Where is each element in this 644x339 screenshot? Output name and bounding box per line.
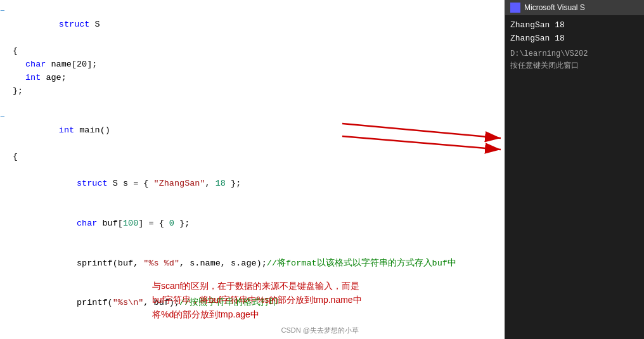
terminal-output-line1: ZhangSan 18 — [510, 19, 639, 32]
struct-field-name: char name[20]; — [0, 58, 505, 72]
struct-field-age: int age; — [0, 72, 505, 85]
line-struct-tmp: struct S tmp = { 0 }; — [0, 336, 505, 339]
annotation-line2: buf字符串，将buf字符串中%s的部分放到tmp.name中 — [152, 293, 362, 307]
terminal-icon — [510, 3, 520, 13]
main-open-brace: { — [0, 151, 505, 164]
code-panel: − struct S { char name[20]; int age; }; — [0, 0, 505, 339]
struct-header-line: − struct S — [0, 5, 505, 45]
main-collapse-btn[interactable]: − — [0, 111, 5, 124]
struct-collapse-btn[interactable]: − — [0, 5, 5, 18]
line-buf-decl: char buf[100] = { 0 }; — [0, 204, 505, 244]
blank-line-2 — [0, 323, 505, 336]
line-struct-s: struct S s = { "ZhangSan", 18 }; — [0, 164, 505, 204]
blank-line-1 — [0, 98, 505, 111]
line-sprintf: sprintf(buf, "%s %d", s.name, s.age);//将… — [0, 244, 505, 284]
struct-close-brace: }; — [0, 85, 505, 98]
terminal-output-line2: ZhangSan 18 — [510, 32, 639, 46]
terminal-panel: Microsoft Visual S ZhangSan 18 ZhangSan … — [505, 0, 644, 339]
terminal-title: Microsoft Visual S — [524, 3, 585, 12]
main-container: − struct S { char name[20]; int age; }; — [0, 0, 644, 339]
terminal-path: D:\learning\VS202 — [510, 48, 639, 60]
struct-open-brace: { — [0, 45, 505, 58]
terminal-header: Microsoft Visual S — [505, 0, 644, 15]
main-header-line: − int main() — [0, 111, 505, 151]
annotation-line1: 与scanf的区别，在于数据的来源不是键盘输入，而是 — [152, 279, 362, 293]
terminal-prompt: 按任意键关闭此窗口 — [510, 60, 639, 72]
terminal-body: ZhangSan 18 ZhangSan 18 D:\learning\VS20… — [505, 15, 644, 339]
annotation-box: 与scanf的区别，在于数据的来源不是键盘输入，而是 buf字符串，将buf字符… — [152, 279, 362, 321]
watermark: CSDN @失去梦想的小草 — [281, 326, 359, 335]
annotation-line3: 将%d的部分放到tmp.age中 — [152, 307, 362, 321]
